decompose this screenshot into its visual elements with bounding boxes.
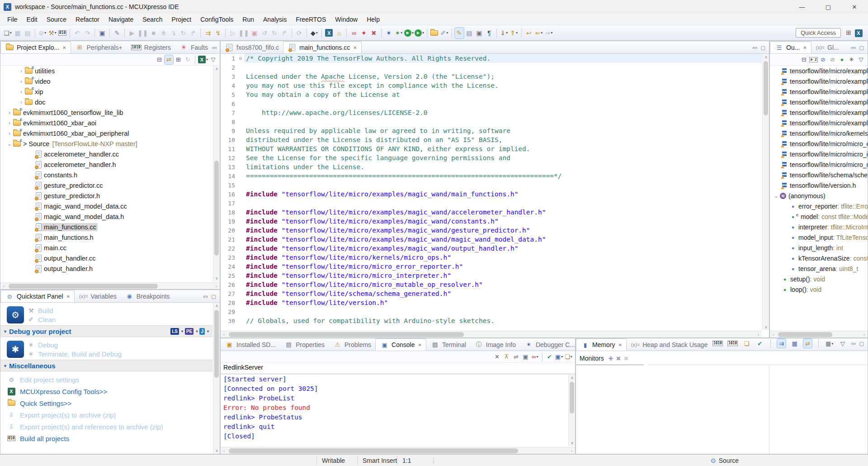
- linkserver-badge[interactable]: LS: [170, 328, 179, 335]
- outline-item-model[interactable]: ●cmodel : const tflite::Model: [770, 211, 868, 222]
- tab-ou-[interactable]: ☰Ou...✕: [770, 41, 811, 53]
- config-tools-icon[interactable]: X▾: [198, 55, 208, 64]
- quickstart-build-all-projects[interactable]: 010Build all projects: [6, 433, 212, 443]
- home-icon[interactable]: ⌂: [335, 28, 344, 38]
- link-editor-icon[interactable]: ⇄: [165, 55, 173, 64]
- forward-icon[interactable]: ⇒▾: [544, 28, 553, 38]
- tab-quickstart-panel[interactable]: ⊙Quickstart Panel✕: [0, 290, 75, 302]
- tree-item--source[interactable]: ⌄c> Source[TensorFlowLite-NXP master]: [0, 138, 212, 149]
- variables-icon[interactable]: (x)=: [79, 292, 88, 301]
- c-file-icon[interactable]: [288, 43, 297, 52]
- minimize-view-icon[interactable]: ▭: [851, 341, 855, 347]
- code-editor[interactable]: 1⊖/* Copyright 2019 The TensorFlow Autho…: [221, 54, 762, 330]
- prev-annotation-icon[interactable]: ⇑▾: [509, 28, 519, 38]
- tab-close-icon[interactable]: ✕: [418, 342, 421, 347]
- outline-item-tensorflow-lite-micro-examples-magic-wand-constants-h[interactable]: tensorflow/lite/micro/examples/magic_wan…: [770, 86, 868, 97]
- tab-peripherals-[interactable]: ⊞Peripherals+: [71, 41, 127, 53]
- brush-icon[interactable]: ✐▾: [440, 28, 449, 38]
- build-icon[interactable]: ⚒▾: [48, 28, 57, 38]
- outline-hscrollbar[interactable]: ‹ ›: [770, 331, 868, 338]
- tree-item-doc[interactable]: ›doc: [0, 97, 212, 107]
- outline-item-tensorflow-lite-schema-schema-generated-h[interactable]: tensorflow/lite/schema/schema_generated.…: [770, 170, 868, 180]
- maximize-button[interactable]: ▢: [816, 0, 841, 14]
- tab-close-icon[interactable]: ✕: [66, 294, 70, 299]
- project-tree-hscrollbar[interactable]: ‹ ›: [0, 282, 220, 289]
- hide-static-icon[interactable]: ⊘: [828, 55, 837, 64]
- run-icon[interactable]: ▶▾: [404, 28, 414, 38]
- editor-hscrollbar[interactable]: ‹ ›: [221, 331, 762, 338]
- tab-project-explo-[interactable]: Project Explo...✕: [0, 41, 71, 53]
- step-return-icon[interactable]: ↱: [189, 28, 198, 38]
- registers-icon[interactable]: 1010: [131, 43, 142, 52]
- peripherals-icon[interactable]: ⊞: [75, 43, 84, 52]
- expander-icon[interactable]: ›: [6, 109, 13, 116]
- console-output[interactable]: [Started server][Connected on port 3025]…: [223, 375, 566, 438]
- sort-icon[interactable]: a z: [809, 55, 818, 64]
- minimize-view-icon[interactable]: ▭: [212, 45, 217, 51]
- tree-item-utilities[interactable]: ›cutilities: [0, 66, 212, 76]
- collapse-all-icon[interactable]: ⊟: [155, 55, 164, 64]
- redlink-icon[interactable]: ∞: [349, 28, 359, 38]
- tab-breakpoints[interactable]: ◉Breakpoints: [121, 290, 174, 302]
- expander-icon[interactable]: ⌄: [773, 193, 780, 199]
- expander-icon[interactable]: ›: [6, 130, 13, 137]
- grid-icon[interactable]: ⊞: [174, 55, 183, 64]
- word-wrap-icon[interactable]: ⇌: [512, 352, 520, 361]
- disconnect-icon[interactable]: ⋔: [159, 28, 168, 38]
- outline-item-ktensorarenasize[interactable]: ●kTensorArenaSize : const int: [770, 253, 868, 263]
- flash-programmer-icon[interactable]: ◆▾: [310, 28, 319, 38]
- tree-item-main-functions-cc[interactable]: main_functions.cc: [0, 222, 212, 232]
- menu-navigate[interactable]: Navigate: [104, 14, 138, 24]
- skip-breakpoints-icon[interactable]: ⊘▾: [38, 28, 47, 38]
- quickstart-vscrollbar[interactable]: ∧ ∨: [213, 303, 220, 454]
- tab-terminal[interactable]: ▤Terminal: [426, 338, 470, 351]
- jlink-badge[interactable]: J: [199, 328, 205, 335]
- pencil-slash-icon[interactable]: ✎: [113, 28, 122, 38]
- globals-icon[interactable]: (x)=: [816, 43, 825, 52]
- breakpoints-icon[interactable]: ◉: [125, 292, 134, 301]
- hex-endian-icon[interactable]: 1010: [712, 339, 723, 348]
- menu-search[interactable]: Search: [138, 14, 167, 24]
- outline-item-tensorflow-lite-version-h[interactable]: tensorflow/lite/version.h: [770, 180, 868, 190]
- outline-icon[interactable]: ☰: [775, 43, 783, 52]
- open-folder-icon[interactable]: [430, 28, 439, 38]
- maximize-view-icon[interactable]: ▢: [859, 341, 864, 347]
- console-vscrollbar[interactable]: ∧ ∨: [568, 375, 575, 446]
- faults-icon[interactable]: ✳: [179, 43, 188, 52]
- problems-icon[interactable]: ⚠: [333, 340, 342, 349]
- outline-item-error-reporter[interactable]: ●error_reporter : tflite::ErrorReporter: [770, 201, 868, 211]
- new-monitor-icon[interactable]: ❏: [742, 339, 751, 348]
- scroll-lock-icon[interactable]: ⊼: [502, 352, 511, 361]
- remove-all-monitors-icon[interactable]: ✖: [624, 355, 629, 362]
- step-over-icon[interactable]: ↻: [179, 28, 188, 38]
- power-icon[interactable]: ⊙: [5, 292, 14, 301]
- editor-tab-fxos8700-fifo-c[interactable]: fxos8700_fifo.c: [221, 41, 283, 53]
- menu-freertos[interactable]: FreeRTOS: [291, 14, 330, 24]
- minimize-view-icon[interactable]: ▭: [203, 294, 208, 300]
- quick-settings-icon[interactable]: [6, 399, 16, 408]
- terminal-icon[interactable]: ▤: [431, 340, 439, 349]
- pin-console-icon[interactable]: ▣: [521, 352, 530, 361]
- expander-icon[interactable]: ›: [18, 78, 25, 85]
- flash-config-icon[interactable]: ↯: [213, 28, 222, 38]
- c-file-icon[interactable]: [225, 43, 234, 52]
- tab-problems[interactable]: ⚠Problems: [329, 338, 375, 351]
- minimize-button[interactable]: —: [789, 0, 815, 14]
- new-wizard-icon[interactable]: ❏▾: [3, 28, 12, 38]
- refresh-view-icon[interactable]: ↻: [184, 55, 192, 64]
- quick-access-button[interactable]: Quick Access: [796, 28, 841, 38]
- tab-close-icon[interactable]: ✕: [618, 342, 622, 347]
- hide-nonpublic-icon[interactable]: ●: [838, 55, 846, 64]
- switch-layout-icon[interactable]: ⇄: [803, 339, 812, 348]
- tree-item-output-handler-h[interactable]: output_handler.h: [0, 263, 212, 274]
- step-into-icon[interactable]: ↴: [169, 28, 178, 38]
- menu-configtools[interactable]: ConfigTools: [196, 14, 238, 24]
- outline-item-tensorflow-lite-micro-examples-magic-wand-gesture-predictor-h[interactable]: tensorflow/lite/micro/examples/magic_wan…: [770, 97, 868, 107]
- dropdown-arrow-icon[interactable]: ▾: [207, 329, 209, 333]
- quickstart-edit-project-settings[interactable]: ⚙Edit project settings: [6, 375, 212, 385]
- outline-item--anonymous-[interactable]: ⌄N(anonymous): [770, 190, 868, 201]
- mark-occurrences-icon[interactable]: ▤: [465, 28, 474, 38]
- section-collapse-icon[interactable]: ▾: [4, 363, 6, 368]
- outline-item-tensorflow-lite-micro-kernels-micro-ops-h[interactable]: tensorflow/lite/micro/kernels/micro_ops.…: [770, 128, 868, 138]
- tree-item-video[interactable]: ›cvideo: [0, 76, 212, 86]
